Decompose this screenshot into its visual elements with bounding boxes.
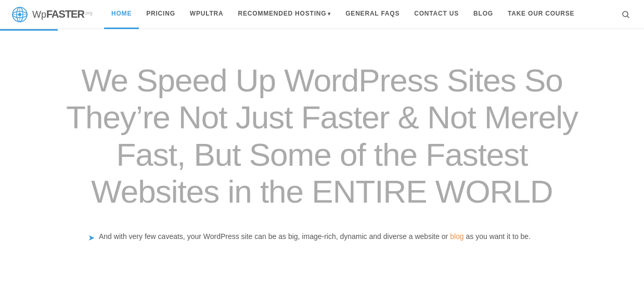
chevron-down-icon: ▾ [328, 11, 331, 17]
svg-line-7 [627, 16, 629, 18]
search-icon[interactable] [618, 0, 634, 29]
nav-contact[interactable]: CONTACT US [407, 0, 466, 29]
site-header: WpFASTER.org HOME PRICING WPULTRA RECOMM… [0, 0, 644, 29]
logo-text: WpFASTER.org [32, 8, 92, 20]
arrow-right-icon: ➤ [88, 231, 95, 245]
main-nav: HOME PRICING WPULTRA RECOMMENDED HOSTING… [104, 0, 618, 29]
nav-course[interactable]: TAKE OUR COURSE [500, 0, 582, 29]
nav-hosting[interactable]: RECOMMENDED HOSTING ▾ [231, 0, 339, 29]
blog-link[interactable]: blog [450, 232, 463, 241]
hero-heading: We Speed Up WordPress Sites So They’re N… [49, 62, 595, 210]
nav-home[interactable]: HOME [104, 0, 139, 29]
nav-wpultra[interactable]: WPULTRA [183, 0, 231, 29]
logo-icon [10, 5, 29, 24]
nav-blog[interactable]: BLOG [466, 0, 500, 29]
nav-pricing[interactable]: PRICING [139, 0, 183, 29]
sub-paragraph: And with very few caveats, your WordPres… [99, 231, 531, 242]
logo[interactable]: WpFASTER.org [10, 5, 94, 24]
main-content: We Speed Up WordPress Sites So They’re N… [0, 31, 644, 265]
nav-faqs[interactable]: GENERAL FAQS [338, 0, 407, 29]
sub-text: ➤ And with very few caveats, your WordPr… [88, 231, 556, 245]
